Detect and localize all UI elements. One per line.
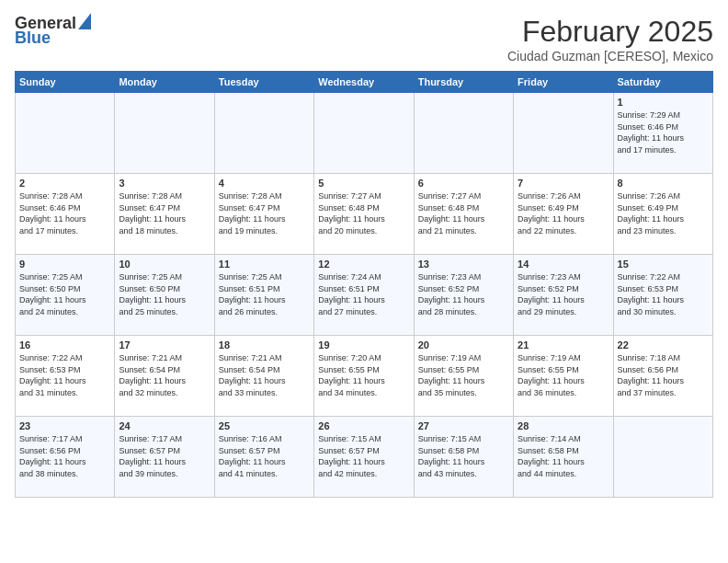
- calendar-cell: 12Sunrise: 7:24 AM Sunset: 6:51 PM Dayli…: [314, 255, 414, 336]
- calendar-cell: 3Sunrise: 7:28 AM Sunset: 6:47 PM Daylig…: [115, 174, 214, 255]
- day-number: 14: [518, 259, 609, 270]
- calendar-cell: 20Sunrise: 7:19 AM Sunset: 6:55 PM Dayli…: [414, 336, 513, 417]
- day-number: 9: [19, 259, 110, 270]
- location: Ciudad Guzman [CERESO], Mexico: [507, 49, 713, 63]
- calendar-cell: 17Sunrise: 7:21 AM Sunset: 6:54 PM Dayli…: [115, 336, 214, 417]
- day-info: Sunrise: 7:26 AM Sunset: 6:49 PM Dayligh…: [618, 190, 709, 236]
- calendar-cell: 5Sunrise: 7:27 AM Sunset: 6:48 PM Daylig…: [314, 174, 414, 255]
- day-info: Sunrise: 7:18 AM Sunset: 6:56 PM Dayligh…: [618, 352, 709, 398]
- day-info: Sunrise: 7:22 AM Sunset: 6:53 PM Dayligh…: [19, 352, 110, 398]
- column-header-thursday: Thursday: [414, 72, 513, 93]
- day-info: Sunrise: 7:17 AM Sunset: 6:57 PM Dayligh…: [119, 433, 210, 479]
- day-info: Sunrise: 7:14 AM Sunset: 6:58 PM Dayligh…: [518, 433, 609, 479]
- day-info: Sunrise: 7:27 AM Sunset: 6:48 PM Dayligh…: [318, 190, 409, 236]
- day-number: 10: [119, 259, 210, 270]
- calendar-cell: 7Sunrise: 7:26 AM Sunset: 6:49 PM Daylig…: [514, 174, 613, 255]
- day-info: Sunrise: 7:15 AM Sunset: 6:57 PM Dayligh…: [318, 433, 409, 479]
- day-info: Sunrise: 7:19 AM Sunset: 6:55 PM Dayligh…: [518, 352, 609, 398]
- day-number: 11: [219, 259, 310, 270]
- header-row: SundayMondayTuesdayWednesdayThursdayFrid…: [16, 72, 713, 93]
- day-number: 22: [618, 339, 709, 350]
- calendar-cell: 6Sunrise: 7:27 AM Sunset: 6:48 PM Daylig…: [414, 174, 513, 255]
- svg-marker-0: [78, 13, 91, 29]
- page-header: General Blue February 2025 Ciudad Guzman…: [15, 15, 713, 63]
- calendar-cell: 13Sunrise: 7:23 AM Sunset: 6:52 PM Dayli…: [414, 255, 513, 336]
- day-info: Sunrise: 7:25 AM Sunset: 6:51 PM Dayligh…: [219, 271, 310, 317]
- day-number: 4: [219, 178, 310, 189]
- day-info: Sunrise: 7:27 AM Sunset: 6:48 PM Dayligh…: [418, 190, 509, 236]
- day-info: Sunrise: 7:16 AM Sunset: 6:57 PM Dayligh…: [219, 433, 310, 479]
- day-number: 18: [219, 339, 310, 350]
- calendar-cell: 4Sunrise: 7:28 AM Sunset: 6:47 PM Daylig…: [214, 174, 313, 255]
- day-info: Sunrise: 7:21 AM Sunset: 6:54 PM Dayligh…: [119, 352, 210, 398]
- title-area: February 2025 Ciudad Guzman [CERESO], Me…: [507, 15, 713, 63]
- calendar-cell: 8Sunrise: 7:26 AM Sunset: 6:49 PM Daylig…: [613, 174, 712, 255]
- calendar-table: SundayMondayTuesdayWednesdayThursdayFrid…: [15, 71, 713, 498]
- calendar-cell: 1Sunrise: 7:29 AM Sunset: 6:46 PM Daylig…: [613, 93, 712, 174]
- calendar-cell: 28Sunrise: 7:14 AM Sunset: 6:58 PM Dayli…: [514, 417, 613, 498]
- calendar-cell: 16Sunrise: 7:22 AM Sunset: 6:53 PM Dayli…: [16, 336, 115, 417]
- calendar-cell: [314, 93, 414, 174]
- week-row-2: 2Sunrise: 7:28 AM Sunset: 6:46 PM Daylig…: [16, 174, 713, 255]
- day-number: 5: [318, 178, 409, 189]
- calendar-cell: [514, 93, 613, 174]
- day-info: Sunrise: 7:22 AM Sunset: 6:53 PM Dayligh…: [618, 271, 709, 317]
- calendar-cell: 25Sunrise: 7:16 AM Sunset: 6:57 PM Dayli…: [214, 417, 313, 498]
- day-info: Sunrise: 7:20 AM Sunset: 6:55 PM Dayligh…: [318, 352, 409, 398]
- day-number: 8: [618, 178, 709, 189]
- day-number: 1: [618, 97, 709, 108]
- day-number: 12: [318, 259, 409, 270]
- calendar-cell: [613, 417, 712, 498]
- day-info: Sunrise: 7:23 AM Sunset: 6:52 PM Dayligh…: [518, 271, 609, 317]
- calendar-cell: 22Sunrise: 7:18 AM Sunset: 6:56 PM Dayli…: [613, 336, 712, 417]
- week-row-5: 23Sunrise: 7:17 AM Sunset: 6:56 PM Dayli…: [16, 417, 713, 498]
- day-info: Sunrise: 7:29 AM Sunset: 6:46 PM Dayligh…: [618, 109, 709, 155]
- calendar-cell: 2Sunrise: 7:28 AM Sunset: 6:46 PM Daylig…: [16, 174, 115, 255]
- calendar-cell: [16, 93, 115, 174]
- calendar-cell: 26Sunrise: 7:15 AM Sunset: 6:57 PM Dayli…: [314, 417, 414, 498]
- day-number: 27: [418, 420, 509, 431]
- day-number: 23: [19, 420, 110, 431]
- day-number: 17: [119, 339, 210, 350]
- calendar-cell: 24Sunrise: 7:17 AM Sunset: 6:57 PM Dayli…: [115, 417, 214, 498]
- calendar-cell: 23Sunrise: 7:17 AM Sunset: 6:56 PM Dayli…: [16, 417, 115, 498]
- column-header-sunday: Sunday: [16, 72, 115, 93]
- month-title: February 2025: [507, 15, 713, 49]
- day-number: 16: [19, 339, 110, 350]
- day-info: Sunrise: 7:25 AM Sunset: 6:50 PM Dayligh…: [19, 271, 110, 317]
- calendar-cell: 9Sunrise: 7:25 AM Sunset: 6:50 PM Daylig…: [16, 255, 115, 336]
- day-info: Sunrise: 7:15 AM Sunset: 6:58 PM Dayligh…: [418, 433, 509, 479]
- week-row-1: 1Sunrise: 7:29 AM Sunset: 6:46 PM Daylig…: [16, 93, 713, 174]
- day-info: Sunrise: 7:28 AM Sunset: 6:46 PM Dayligh…: [19, 190, 110, 236]
- column-header-friday: Friday: [514, 72, 613, 93]
- logo-icon: [78, 13, 91, 29]
- day-info: Sunrise: 7:25 AM Sunset: 6:50 PM Dayligh…: [119, 271, 210, 317]
- day-info: Sunrise: 7:21 AM Sunset: 6:54 PM Dayligh…: [219, 352, 310, 398]
- day-number: 6: [418, 178, 509, 189]
- day-number: 20: [418, 339, 509, 350]
- day-number: 15: [618, 259, 709, 270]
- day-info: Sunrise: 7:23 AM Sunset: 6:52 PM Dayligh…: [418, 271, 509, 317]
- day-number: 25: [219, 420, 310, 431]
- column-header-wednesday: Wednesday: [314, 72, 414, 93]
- calendar-cell: 10Sunrise: 7:25 AM Sunset: 6:50 PM Dayli…: [115, 255, 214, 336]
- day-number: 26: [318, 420, 409, 431]
- logo: General Blue: [15, 15, 91, 48]
- calendar-cell: [115, 93, 214, 174]
- day-info: Sunrise: 7:19 AM Sunset: 6:55 PM Dayligh…: [418, 352, 509, 398]
- day-info: Sunrise: 7:26 AM Sunset: 6:49 PM Dayligh…: [518, 190, 609, 236]
- day-number: 3: [119, 178, 210, 189]
- logo-blue-text: Blue: [15, 29, 51, 48]
- day-number: 7: [518, 178, 609, 189]
- calendar-cell: 18Sunrise: 7:21 AM Sunset: 6:54 PM Dayli…: [214, 336, 313, 417]
- day-number: 19: [318, 339, 409, 350]
- day-info: Sunrise: 7:28 AM Sunset: 6:47 PM Dayligh…: [219, 190, 310, 236]
- week-row-4: 16Sunrise: 7:22 AM Sunset: 6:53 PM Dayli…: [16, 336, 713, 417]
- day-info: Sunrise: 7:17 AM Sunset: 6:56 PM Dayligh…: [19, 433, 110, 479]
- calendar-cell: 21Sunrise: 7:19 AM Sunset: 6:55 PM Dayli…: [514, 336, 613, 417]
- column-header-saturday: Saturday: [613, 72, 712, 93]
- day-info: Sunrise: 7:28 AM Sunset: 6:47 PM Dayligh…: [119, 190, 210, 236]
- calendar-cell: 19Sunrise: 7:20 AM Sunset: 6:55 PM Dayli…: [314, 336, 414, 417]
- day-number: 13: [418, 259, 509, 270]
- calendar-cell: 14Sunrise: 7:23 AM Sunset: 6:52 PM Dayli…: [514, 255, 613, 336]
